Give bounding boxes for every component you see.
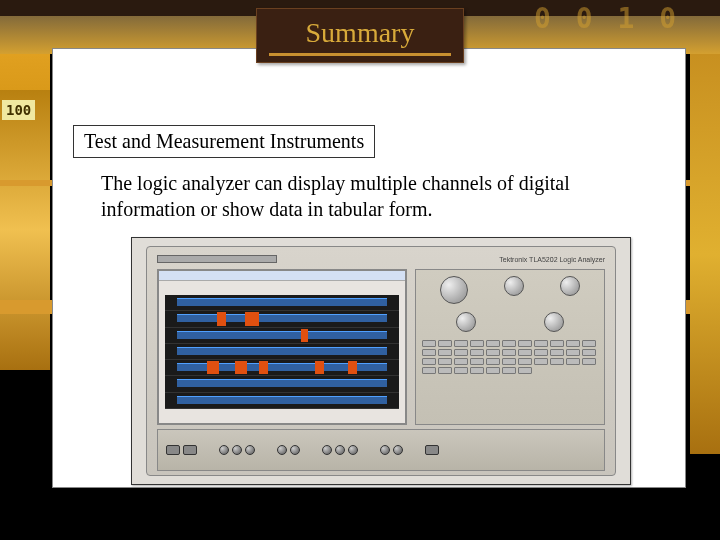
- button-icon: [550, 358, 564, 365]
- instrument-top: Tektronix TLA5202 Logic Analyzer: [157, 253, 605, 265]
- button-icon: [550, 349, 564, 356]
- port-icon: [335, 445, 345, 455]
- port-icon: [393, 445, 403, 455]
- port-icon: [277, 445, 287, 455]
- button-icon: [470, 349, 484, 356]
- port-icon: [183, 445, 197, 455]
- logic-analyzer: Tektronix TLA5202 Logic Analyzer: [146, 246, 616, 476]
- button-icon: [566, 349, 580, 356]
- button-icon: [454, 340, 468, 347]
- section-heading-text: Test and Measurement Instruments: [84, 130, 364, 152]
- screen-menu: [159, 271, 405, 281]
- button-icon: [518, 358, 532, 365]
- button-icon: [470, 358, 484, 365]
- button-icon: [438, 358, 452, 365]
- button-icon: [438, 367, 452, 374]
- button-icon: [422, 367, 436, 374]
- control-panel: [415, 269, 605, 425]
- disk-slot: [157, 255, 277, 263]
- decor-digits: 0 0 1 0: [534, 2, 680, 35]
- button-icon: [486, 367, 500, 374]
- title-banner: Summary: [256, 8, 464, 63]
- title-underline: [269, 53, 451, 56]
- section-heading: Test and Measurement Instruments: [73, 125, 375, 158]
- button-icon: [582, 340, 596, 347]
- button-icon: [486, 340, 500, 347]
- button-icon: [566, 340, 580, 347]
- knob-icon: [456, 312, 476, 332]
- port-icon: [290, 445, 300, 455]
- bg-strip: [690, 54, 720, 454]
- button-icon: [534, 349, 548, 356]
- port-icon: [219, 445, 229, 455]
- button-icon: [518, 340, 532, 347]
- port-icon: [380, 445, 390, 455]
- button-icon: [502, 349, 516, 356]
- footer-right: © 2009 Pearson Education, Upper Saddle R…: [255, 518, 720, 530]
- button-icon: [566, 358, 580, 365]
- instrument-brand: Tektronix TLA5202 Logic Analyzer: [499, 256, 605, 263]
- front-panel: [157, 429, 605, 471]
- button-icon: [550, 340, 564, 347]
- instrument-photo: Tektronix TLA5202 Logic Analyzer: [131, 237, 631, 485]
- button-icon: [438, 340, 452, 347]
- content-panel: Test and Measurement Instruments The log…: [52, 48, 686, 488]
- knob-icon: [504, 276, 524, 296]
- port-icon: [348, 445, 358, 455]
- knob-icon: [560, 276, 580, 296]
- button-icon: [534, 358, 548, 365]
- port-icon: [322, 445, 332, 455]
- button-icon: [582, 349, 596, 356]
- button-icon: [454, 349, 468, 356]
- port-icon: [245, 445, 255, 455]
- slide-title: Summary: [306, 17, 415, 48]
- button-grid: [422, 340, 598, 374]
- instrument-screen: [157, 269, 407, 425]
- port-icon: [425, 445, 439, 455]
- footer-ed: ed: [204, 516, 220, 531]
- button-icon: [518, 367, 532, 374]
- button-icon: [534, 340, 548, 347]
- decor-digits: 100: [2, 100, 35, 120]
- body-text: The logic analyzer can display multiple …: [101, 171, 661, 222]
- button-icon: [422, 349, 436, 356]
- footer-book: Floyd, Digital Fundamentals, 10: [18, 516, 196, 531]
- button-icon: [518, 349, 532, 356]
- waveform-display: [165, 295, 399, 409]
- button-icon: [486, 349, 500, 356]
- button-icon: [422, 340, 436, 347]
- footer-copyright: © 2009 Pearson Education, Upper Saddle R…: [273, 518, 642, 530]
- button-icon: [582, 358, 596, 365]
- button-icon: [422, 358, 436, 365]
- knob-icon: [440, 276, 468, 304]
- footer-left: Floyd, Digital Fundamentals, 10th ed: [0, 515, 255, 532]
- button-icon: [502, 340, 516, 347]
- button-icon: [470, 367, 484, 374]
- port-icon: [232, 445, 242, 455]
- button-icon: [486, 358, 500, 365]
- button-icon: [502, 358, 516, 365]
- slide-footer: Floyd, Digital Fundamentals, 10th ed © 2…: [0, 515, 720, 532]
- port-icon: [166, 445, 180, 455]
- button-icon: [470, 340, 484, 347]
- bg-strip: [0, 90, 50, 370]
- footer-sup: th: [196, 515, 204, 525]
- knob-icon: [544, 312, 564, 332]
- body-text-content: The logic analyzer can display multiple …: [101, 172, 570, 220]
- button-icon: [454, 367, 468, 374]
- button-icon: [454, 358, 468, 365]
- button-icon: [502, 367, 516, 374]
- button-icon: [438, 349, 452, 356]
- instrument-main: [157, 269, 605, 425]
